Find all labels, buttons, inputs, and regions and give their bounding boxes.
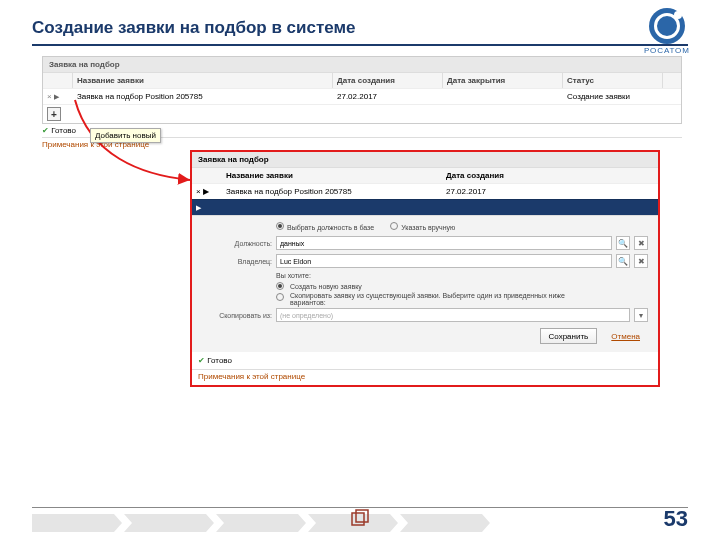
- search-icon[interactable]: 🔍: [616, 236, 630, 250]
- search-icon[interactable]: 🔍: [616, 254, 630, 268]
- cell-status: Создание заявки: [563, 89, 663, 104]
- clear-icon[interactable]: ✖: [634, 236, 648, 250]
- radio-icon: [276, 282, 284, 290]
- active-expanded-row[interactable]: ▶: [192, 199, 658, 215]
- expand-row-icon[interactable]: ▶: [54, 93, 59, 100]
- cell-created: 27.02.2017: [333, 89, 443, 104]
- title-divider: [32, 44, 688, 46]
- svg-rect-0: [352, 513, 364, 525]
- panel-header: Заявка на подбор: [43, 57, 681, 72]
- owner-input[interactable]: Luc Eldon: [276, 254, 612, 268]
- logo-text: РОСАТОМ: [644, 46, 690, 55]
- panel-header-2: Заявка на подбор: [192, 152, 658, 167]
- opt-create-new[interactable]: Создать новую заявку: [276, 282, 648, 290]
- expand-row-icon[interactable]: ▶: [203, 187, 209, 196]
- radio-manual[interactable]: Указать вручную: [390, 222, 455, 232]
- position-label: Должность:: [202, 240, 272, 247]
- cell-closed: [443, 89, 563, 104]
- slide-title: Создание заявки на подбор в системе: [32, 18, 688, 38]
- chevron-step: [124, 514, 214, 532]
- col2-name[interactable]: Название заявки: [222, 168, 442, 183]
- chevron-step: [216, 514, 306, 532]
- ready-status-2: ✔ Готово: [192, 354, 658, 367]
- footer-copy-icon: [349, 508, 371, 532]
- table-row[interactable]: × ▶ Заявка на подбор Position 205785 27.…: [192, 183, 658, 199]
- copy-from-label: Скопировать из:: [202, 312, 272, 319]
- radio-db[interactable]: Выбрать должность в базе: [276, 222, 374, 232]
- chevron-right-icon: ▶: [196, 204, 201, 211]
- radio-icon: [276, 293, 284, 301]
- radio-icon: [390, 222, 398, 230]
- page-number: 53: [664, 506, 688, 532]
- dropdown-icon[interactable]: ▾: [634, 308, 648, 322]
- add-row-button[interactable]: +: [47, 107, 61, 121]
- check-icon: ✔: [42, 126, 49, 135]
- clear-icon[interactable]: ✖: [634, 254, 648, 268]
- copy-from-input[interactable]: (не определено): [276, 308, 630, 322]
- check-icon: ✔: [198, 356, 205, 365]
- logo-mark-icon: [649, 8, 685, 44]
- cell2-name: Заявка на подбор Position 205785: [222, 184, 442, 199]
- radio-icon: [276, 222, 284, 230]
- page-notes-link-2[interactable]: Примечания к этой странице: [192, 369, 658, 385]
- col2-created[interactable]: Дата создания: [442, 168, 572, 183]
- cell2-created: 27.02.2017: [442, 184, 572, 199]
- cancel-button[interactable]: Отмена: [603, 328, 648, 344]
- col-closed[interactable]: Дата закрытия: [443, 73, 563, 88]
- col-created[interactable]: Дата создания: [333, 73, 443, 88]
- chevron-step: [32, 514, 122, 532]
- save-button[interactable]: Сохранить: [540, 328, 598, 344]
- create-request-form: Выбрать должность в базе Указать вручную…: [192, 215, 658, 352]
- position-input[interactable]: данных: [276, 236, 612, 250]
- you-want-label: Вы хотите:: [276, 272, 648, 279]
- callout-arrow-icon: [70, 95, 200, 195]
- opt-copy-existing[interactable]: Скопировать заявку из существующей заявк…: [276, 292, 648, 306]
- screenshot-form: Заявка на подбор Название заявки Дата со…: [190, 150, 660, 387]
- owner-label: Владелец:: [202, 258, 272, 265]
- add-tooltip: Добавить новый: [90, 128, 161, 143]
- chevron-step: [400, 514, 490, 532]
- col-status[interactable]: Статус: [563, 73, 663, 88]
- delete-row-icon[interactable]: ×: [47, 92, 52, 101]
- svg-rect-1: [356, 510, 368, 522]
- brand-logo: РОСАТОМ: [644, 8, 690, 55]
- col-name[interactable]: Название заявки: [73, 73, 333, 88]
